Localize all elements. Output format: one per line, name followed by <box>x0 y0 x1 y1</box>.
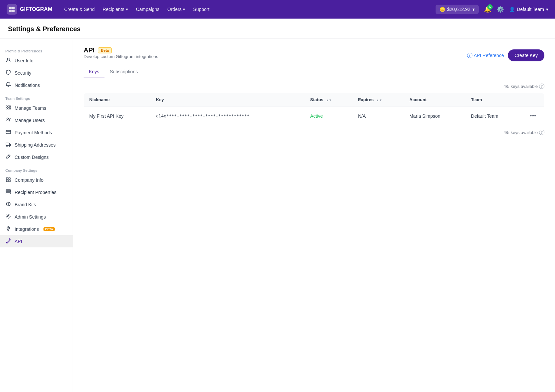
svg-rect-24 <box>6 191 11 192</box>
cell-account: Maria Simpson <box>404 106 466 126</box>
sidebar: Profile & Preferences User Info Security <box>0 38 73 392</box>
svg-rect-0 <box>9 7 12 9</box>
svg-point-12 <box>9 118 10 119</box>
integrations-beta-badge: Beta <box>43 227 55 231</box>
sidebar-item-payment-methods[interactable]: Payment Methods <box>0 126 73 139</box>
svg-rect-19 <box>6 178 8 179</box>
col-actions <box>522 93 544 106</box>
api-description: Develop custom Giftogram integrations <box>84 54 158 59</box>
logo[interactable]: GIFTOGRAM <box>7 4 52 15</box>
api-keys-table: Nickname Key Status ▲▼ Expires ▲▼ Accoun… <box>84 93 544 126</box>
sidebar-item-shipping-addresses[interactable]: Shipping Addresses <box>0 139 73 151</box>
notification-badge: 6 <box>487 4 493 10</box>
svg-rect-23 <box>6 190 11 191</box>
sidebar-item-company-info[interactable]: Company Info <box>0 174 73 186</box>
nav-recipients[interactable]: Recipients ▾ <box>103 7 128 12</box>
api-header: API Beta Develop custom Giftogram integr… <box>84 46 544 64</box>
users-icon <box>5 117 11 123</box>
api-wrench-icon <box>5 238 11 244</box>
col-team: Team <box>466 93 522 106</box>
notifications-button[interactable]: 🔔 6 <box>484 6 491 13</box>
api-reference-link[interactable]: i API Reference <box>467 53 504 58</box>
sidebar-item-integrations[interactable]: Integrations Beta <box>0 223 73 235</box>
top-navigation: GIFTOGRAM Create & Send Recipients ▾ Cam… <box>0 0 555 19</box>
shipping-icon <box>5 142 11 148</box>
keys-available-bottom: 4/5 keys available ? <box>84 130 544 135</box>
sidebar-item-api[interactable]: API <box>0 235 73 247</box>
tab-keys[interactable]: Keys <box>84 66 104 78</box>
api-title-row: API Beta <box>84 46 158 54</box>
info-circle-icon: i <box>467 53 472 58</box>
shield-icon <box>5 70 11 76</box>
api-title: API <box>84 46 95 54</box>
svg-rect-6 <box>8 106 9 107</box>
content-layout: Profile & Preferences User Info Security <box>0 38 555 392</box>
svg-rect-22 <box>9 180 10 182</box>
col-status[interactable]: Status ▲▼ <box>305 93 353 106</box>
tab-subscriptions[interactable]: Subscriptions <box>104 66 143 78</box>
nav-orders[interactable]: Orders ▾ <box>168 7 185 12</box>
bell-icon <box>5 82 11 88</box>
col-nickname: Nickname <box>84 93 151 106</box>
svg-rect-5 <box>6 106 7 107</box>
svg-rect-8 <box>6 108 7 109</box>
sidebar-item-manage-teams[interactable]: Manage Teams <box>0 102 73 114</box>
table-row: My First API Key c14e****-****-****-****… <box>84 106 544 126</box>
cell-status: Active <box>305 106 353 126</box>
logo-icon <box>7 4 17 15</box>
settings-button[interactable]: ⚙️ <box>497 6 504 13</box>
svg-rect-2 <box>9 10 12 12</box>
sidebar-section-team: Team Settings <box>0 94 73 102</box>
col-expires[interactable]: Expires ▲▼ <box>353 93 404 106</box>
sidebar-item-recipient-properties[interactable]: Recipient Properties <box>0 186 73 198</box>
cell-key: c14e****-****-****-****-************ <box>151 106 305 126</box>
cell-actions: ••• <box>522 106 544 126</box>
create-key-button[interactable]: Create Key <box>508 49 544 61</box>
cell-nickname: My First API Key <box>84 106 151 126</box>
svg-rect-21 <box>6 180 8 182</box>
admin-icon <box>5 214 11 220</box>
page-container: Settings & Preferences Profile & Prefere… <box>0 19 555 392</box>
svg-point-4 <box>7 58 9 60</box>
svg-point-11 <box>7 118 9 120</box>
company-icon <box>5 177 11 183</box>
teams-icon <box>5 105 11 111</box>
svg-rect-20 <box>9 178 10 179</box>
svg-point-17 <box>9 146 10 147</box>
sidebar-item-user-info[interactable]: User Info <box>0 54 73 67</box>
col-key: Key <box>151 93 305 106</box>
svg-point-16 <box>7 146 8 147</box>
nav-support[interactable]: Support <box>193 7 209 12</box>
sidebar-item-notifications[interactable]: Notifications <box>0 79 73 91</box>
svg-rect-3 <box>12 10 15 12</box>
cell-team: Default Team <box>466 106 522 126</box>
nav-create-send[interactable]: Create & Send <box>64 7 95 12</box>
api-tabs: Keys Subscriptions <box>84 66 544 78</box>
row-more-button[interactable]: ••• <box>527 111 539 121</box>
sidebar-section-company: Company Settings <box>0 166 73 174</box>
sidebar-item-manage-users[interactable]: Manage Users <box>0 114 73 126</box>
page-title: Settings & Preferences <box>8 25 547 33</box>
sidebar-item-security[interactable]: Security <box>0 67 73 79</box>
balance-button[interactable]: 🪙 $20,612.92 ▾ <box>436 5 479 14</box>
keys-info-icon[interactable]: ? <box>539 84 544 89</box>
wallet-icon: 🪙 <box>440 7 445 12</box>
svg-rect-7 <box>9 106 11 107</box>
table-header-row: Nickname Key Status ▲▼ Expires ▲▼ Accoun… <box>84 93 544 106</box>
nav-campaigns[interactable]: Campaigns <box>136 7 160 12</box>
sidebar-item-admin-settings[interactable]: Admin Settings <box>0 211 73 223</box>
svg-point-27 <box>8 216 9 217</box>
cell-expires: N/A <box>353 106 404 126</box>
api-beta-badge: Beta <box>98 47 112 53</box>
main-content: API Beta Develop custom Giftogram integr… <box>73 38 555 392</box>
keys-info-icon-bottom[interactable]: ? <box>539 130 544 135</box>
design-icon <box>5 154 11 160</box>
account-button[interactable]: 👤 Default Team ▾ <box>509 7 548 12</box>
svg-rect-13 <box>6 130 11 134</box>
sidebar-item-custom-designs[interactable]: Custom Designs <box>0 151 73 163</box>
rocket-icon <box>5 226 11 232</box>
svg-rect-10 <box>9 108 11 109</box>
credit-card-icon <box>5 129 11 136</box>
sidebar-item-brand-kits[interactable]: Brand Kits <box>0 198 73 211</box>
svg-rect-1 <box>12 7 15 9</box>
